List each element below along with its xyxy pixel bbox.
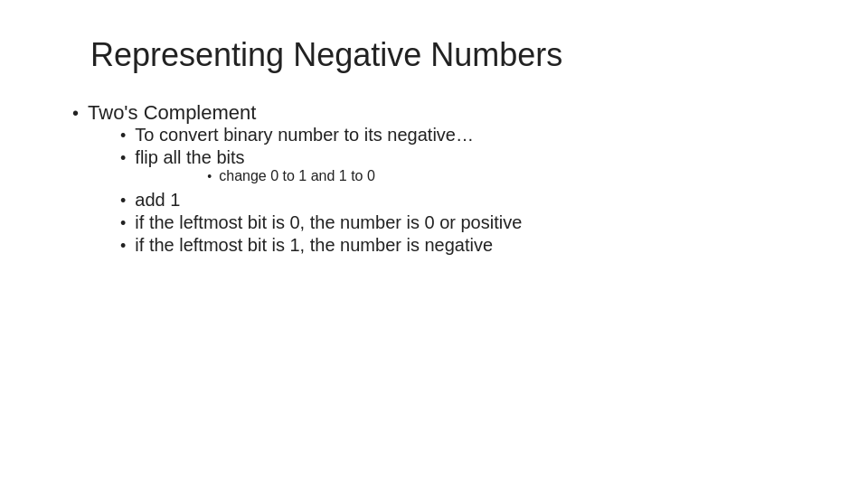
leftmost-0-label: if the leftmost bit is 0, the number is … xyxy=(135,212,796,233)
bullet-l1-twos-complement: • Two's Complement • To convert binary n… xyxy=(72,101,796,258)
bullet-l2-leftmost-1: • if the leftmost bit is 1, the number i… xyxy=(120,235,796,256)
leftmost-1-label: if the leftmost bit is 1, the number is … xyxy=(135,235,796,256)
twos-complement-label: Two's Complement xyxy=(88,101,256,124)
bullet-l3-change: • change 0 to 1 and 1 to 0 xyxy=(207,168,796,184)
add-1-label: add 1 xyxy=(135,190,796,211)
bullet-marker-l2-3: • xyxy=(120,214,126,233)
to-convert-label: To convert binary number to its negative… xyxy=(135,125,796,145)
bullet-marker-l2-4: • xyxy=(120,237,126,256)
bullet-marker-l1: • xyxy=(72,103,79,124)
bullet-marker-l2-0: • xyxy=(120,127,126,145)
bullet-marker-l2-2: • xyxy=(120,192,126,211)
content-area: • Two's Complement • To convert binary n… xyxy=(72,101,796,261)
l2-bullets: • To convert binary number to its negati… xyxy=(88,125,796,258)
bullet-l2-flip-bits: • flip all the bits • change 0 to 1 and … xyxy=(120,147,796,188)
bullet-marker-l3-0: • xyxy=(207,169,212,183)
bullet-marker-l2-1: • xyxy=(120,149,126,168)
flip-bits-label: flip all the bits xyxy=(135,147,244,167)
change-label: change 0 to 1 and 1 to 0 xyxy=(219,168,796,184)
bullet-l2-to-convert: • To convert binary number to its negati… xyxy=(120,125,796,145)
bullet-l2-leftmost-0: • if the leftmost bit is 0, the number i… xyxy=(120,212,796,233)
slide-title: Representing Negative Numbers xyxy=(90,36,796,74)
slide: Representing Negative Numbers • Two's Co… xyxy=(0,0,868,488)
bullet-l2-add-1: • add 1 xyxy=(120,190,796,211)
